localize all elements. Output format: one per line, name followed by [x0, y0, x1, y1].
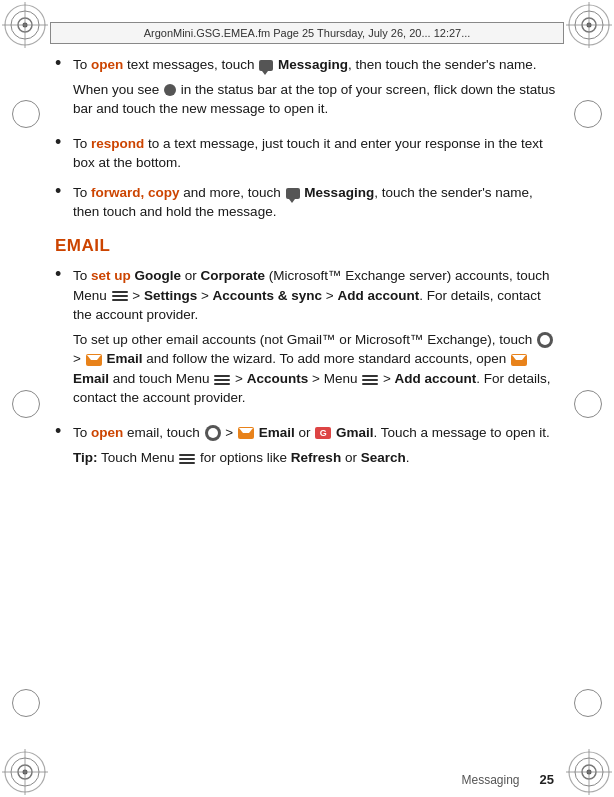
- messaging-bold-2: Messaging: [304, 185, 374, 200]
- bullet-forward: •: [55, 182, 69, 202]
- bullet-respond: •: [55, 133, 69, 153]
- list-item-forward: • To forward, copy and more, touch Messa…: [55, 183, 559, 222]
- header-text: ArgonMini.GSG.EMEA.fm Page 25 Thursday, …: [144, 27, 471, 39]
- accounts-bold: Accounts: [247, 371, 309, 386]
- refresh-bold: Refresh: [291, 450, 341, 465]
- list-item-open-email: • To open email, touch > Email or G Gmai…: [55, 423, 559, 468]
- footer: Messaging 25: [0, 772, 614, 787]
- sub-para-open: When you see in the status bar at the to…: [73, 80, 559, 119]
- email-icon-1: [86, 354, 102, 366]
- corporate-bold: Corporate: [201, 268, 266, 283]
- keyword-setup: set up: [91, 268, 131, 283]
- search-bold: Search: [361, 450, 406, 465]
- circle-icon-1: [537, 332, 553, 348]
- li-text-respond: To respond to a text message, just touch…: [73, 134, 559, 173]
- footer-page: 25: [540, 772, 554, 787]
- keyword-forward: forward, copy: [91, 185, 180, 200]
- keyword-respond: respond: [91, 136, 144, 151]
- email-bold-1: Email: [106, 351, 142, 366]
- messaging-list: • To open text messages, touch Messaging…: [55, 55, 559, 222]
- keyword-open: open: [91, 57, 123, 72]
- reg-mark-right-top: [574, 100, 602, 128]
- email-heading: EMAIL: [55, 236, 559, 256]
- header-bar: ArgonMini.GSG.EMEA.fm Page 25 Thursday, …: [50, 22, 564, 44]
- reg-mark-left-bot: [12, 689, 40, 717]
- email-bold-3: Email: [259, 425, 295, 440]
- notification-icon: [164, 84, 176, 96]
- reg-mark-left-mid: [12, 390, 40, 418]
- footer-label: Messaging: [462, 773, 520, 787]
- reg-mark-left-top: [12, 100, 40, 128]
- gmail-icon: G: [315, 427, 331, 439]
- accounts-sync-bold: Accounts & sync: [213, 288, 323, 303]
- bullet-setup: •: [55, 265, 69, 285]
- tip-bold: Tip:: [73, 450, 98, 465]
- add-account-bold: Add account: [338, 288, 420, 303]
- reg-mark-right-bot: [574, 689, 602, 717]
- reg-mark-right-mid: [574, 390, 602, 418]
- google-bold: Google: [135, 268, 182, 283]
- li-text-open: To open text messages, touch Messaging, …: [73, 55, 559, 124]
- messaging-icon: [259, 60, 273, 71]
- messaging-icon-2: [286, 188, 300, 199]
- corner-deco-tl: [2, 2, 48, 48]
- email-icon-3: [238, 427, 254, 439]
- sub-para-setup: To set up other email accounts (not Gmai…: [73, 330, 559, 408]
- menu-icon-tip: [179, 452, 195, 465]
- add-account-bold-2: Add account: [395, 371, 477, 386]
- circle-icon-2: [205, 425, 221, 441]
- list-item-setup: • To set up Google or Corporate (Microso…: [55, 266, 559, 413]
- keyword-open-email: open: [91, 425, 123, 440]
- menu-icon-2: [214, 373, 230, 386]
- settings-bold: Settings: [144, 288, 197, 303]
- main-content: • To open text messages, touch Messaging…: [55, 55, 559, 757]
- email-list: • To set up Google or Corporate (Microso…: [55, 266, 559, 468]
- email-icon-2: [511, 354, 527, 366]
- menu-icon-1: [112, 289, 128, 302]
- bullet-open: •: [55, 54, 69, 74]
- menu-icon-3: [362, 373, 378, 386]
- list-item-respond: • To respond to a text message, just tou…: [55, 134, 559, 173]
- tip-line: Tip: Touch Menu for options like Refresh…: [73, 448, 559, 468]
- corner-deco-tr: [566, 2, 612, 48]
- messaging-bold: Messaging: [278, 57, 348, 72]
- bullet-open-email: •: [55, 422, 69, 442]
- gmail-bold: Gmail: [336, 425, 374, 440]
- email-bold-2: Email: [73, 371, 109, 386]
- li-text-setup: To set up Google or Corporate (Microsoft…: [73, 266, 559, 413]
- li-text-forward: To forward, copy and more, touch Messagi…: [73, 183, 559, 222]
- li-text-open-email: To open email, touch > Email or G Gmail.…: [73, 423, 559, 468]
- list-item-open: • To open text messages, touch Messaging…: [55, 55, 559, 124]
